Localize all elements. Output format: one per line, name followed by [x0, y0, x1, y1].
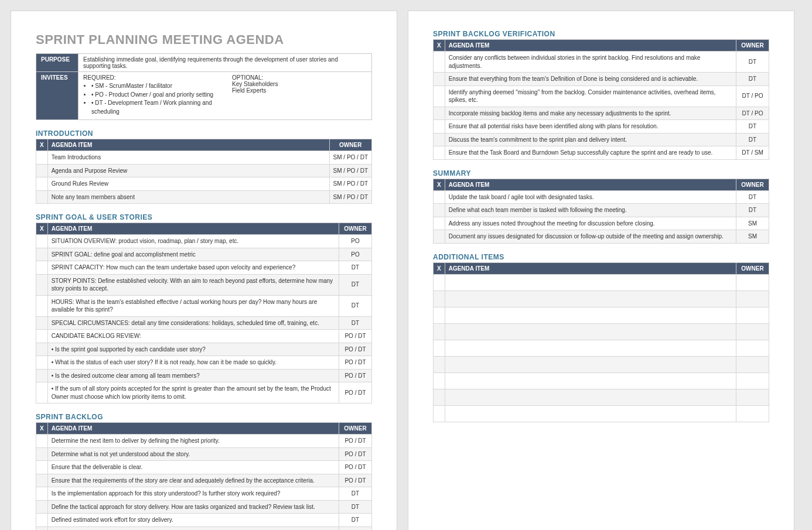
table-row: CANDIDATE BACKLOG REVIEW:PO / DT	[36, 330, 372, 343]
table-row: Ensure that the Task Board and Burndown …	[434, 146, 769, 160]
x-cell[interactable]	[434, 405, 445, 422]
x-cell[interactable]	[434, 307, 445, 323]
table-row: Note any team members absentSM / PO / DT	[36, 190, 372, 204]
x-cell[interactable]	[36, 295, 48, 316]
additional-body	[434, 274, 769, 422]
x-cell[interactable]	[36, 356, 48, 370]
backlog-table: X AGENDA ITEM OWNER Determine the next i…	[36, 422, 372, 530]
x-cell[interactable]	[434, 372, 445, 389]
owner-cell: PO	[339, 235, 372, 248]
x-cell[interactable]	[434, 274, 445, 290]
x-cell[interactable]	[434, 190, 445, 204]
table-row: HOURS: What is the team's established ef…	[36, 295, 372, 316]
x-cell[interactable]	[36, 190, 48, 204]
x-cell[interactable]	[36, 526, 48, 530]
table-row	[434, 323, 769, 340]
x-cell[interactable]	[434, 120, 445, 134]
table-row: Incorporate missing backlog items and ma…	[434, 107, 769, 120]
owner-cell: SM / PO / DT	[329, 164, 371, 177]
table-row	[434, 274, 769, 290]
owner-cell: SM	[736, 230, 769, 244]
table-row	[434, 307, 769, 323]
section-title-summary: SUMMARY	[433, 169, 769, 177]
purpose-text: Establishing immediate goal, identifying…	[79, 54, 372, 72]
owner-cell: DT	[339, 526, 372, 530]
owner-cell: DT	[339, 316, 372, 330]
agenda-item-cell: Determine what is not yet understood abo…	[47, 447, 339, 461]
agenda-item-cell: • What is the status of each user story?…	[47, 356, 339, 370]
agenda-item-cell: Incorporate missing backlog items and ma…	[445, 107, 736, 120]
table-row: Define the tactical approach for story d…	[36, 500, 372, 514]
agenda-item-cell	[445, 389, 736, 405]
x-cell[interactable]	[36, 330, 48, 343]
x-cell[interactable]	[434, 340, 445, 356]
x-cell[interactable]	[434, 230, 445, 244]
col-x: X	[434, 262, 445, 274]
owner-cell: PO / DT	[339, 461, 372, 474]
table-row: SITUATION OVERVIEW: product vision, road…	[36, 235, 372, 248]
x-cell[interactable]	[36, 487, 48, 501]
col-owner: OWNER	[736, 40, 769, 52]
x-cell[interactable]	[36, 248, 48, 261]
purpose-label: PURPOSE	[36, 54, 79, 72]
x-cell[interactable]	[434, 86, 445, 107]
agenda-item-cell: STORY POINTS: Define established velocit…	[47, 274, 339, 295]
col-item: AGENDA ITEM	[445, 262, 736, 274]
owner-cell: DT	[736, 73, 769, 86]
x-cell[interactable]	[434, 356, 445, 372]
table-row: Discuss the team's commitment to the spr…	[434, 133, 769, 146]
x-cell[interactable]	[36, 343, 48, 356]
x-cell[interactable]	[434, 107, 445, 120]
invitees-cell: REQUIRED: • SM - ScrumMaster / facilitat…	[79, 72, 372, 120]
table-row: Identify anything deemed "missing" from …	[434, 86, 769, 107]
introduction-table: X AGENDA ITEM OWNER Team IntroductionsSM…	[36, 139, 372, 204]
x-cell[interactable]	[434, 146, 445, 160]
table-row: • What is the status of each user story?…	[36, 356, 372, 370]
x-cell[interactable]	[434, 323, 445, 340]
table-row: STORY POINTS: Define established velocit…	[36, 274, 372, 295]
x-cell[interactable]	[36, 447, 48, 461]
x-cell[interactable]	[434, 217, 445, 230]
agenda-item-cell	[445, 372, 736, 389]
x-cell[interactable]	[434, 133, 445, 146]
owner-cell	[736, 323, 769, 340]
x-cell[interactable]	[36, 151, 48, 165]
owner-cell: PO / DT	[339, 474, 372, 487]
agenda-item-cell: HOURS: What is the team's established ef…	[47, 295, 339, 316]
section-title-goal: SPRINT GOAL & USER STORIES	[36, 213, 372, 221]
x-cell[interactable]	[36, 435, 48, 448]
table-row: SPECIAL CIRCUMSTANCES: detail any time c…	[36, 316, 372, 330]
invitees-required: REQUIRED: • SM - ScrumMaster / facilitat…	[83, 74, 218, 117]
x-cell[interactable]	[36, 369, 48, 382]
x-cell[interactable]	[36, 500, 48, 514]
owner-cell: DT	[736, 204, 769, 217]
x-cell[interactable]	[36, 235, 48, 248]
table-row: Is the implementation approach for this …	[36, 487, 372, 501]
table-row: • Is the desired outcome clear among all…	[36, 369, 372, 382]
x-cell[interactable]	[36, 514, 48, 527]
x-cell[interactable]	[36, 274, 48, 295]
x-cell[interactable]	[36, 382, 48, 404]
owner-cell: DT	[339, 295, 372, 316]
x-cell[interactable]	[36, 474, 48, 487]
x-cell[interactable]	[434, 204, 445, 217]
x-cell[interactable]	[434, 73, 445, 86]
section-title-introduction: INTRODUCTION	[36, 129, 372, 138]
owner-cell: DT / PO	[736, 107, 769, 120]
x-cell[interactable]	[434, 290, 445, 307]
table-row: Ensure that all tasks are required for d…	[36, 526, 372, 530]
x-cell[interactable]	[36, 461, 48, 474]
owner-cell: DT	[339, 500, 372, 514]
agenda-item-cell: Define what each team member is tasked w…	[445, 204, 736, 217]
owner-cell: DT	[339, 487, 372, 501]
x-cell[interactable]	[36, 316, 48, 330]
table-row: Consider any conflicts between individua…	[434, 52, 769, 73]
x-cell[interactable]	[434, 52, 445, 73]
x-cell[interactable]	[434, 389, 445, 405]
agenda-item-cell: Note any team members absent	[47, 190, 329, 204]
x-cell[interactable]	[36, 261, 48, 275]
table-row: Define what each team member is tasked w…	[434, 204, 769, 217]
x-cell[interactable]	[36, 177, 48, 191]
x-cell[interactable]	[36, 164, 48, 177]
table-row: Ensure that the requirements of the stor…	[36, 474, 372, 487]
